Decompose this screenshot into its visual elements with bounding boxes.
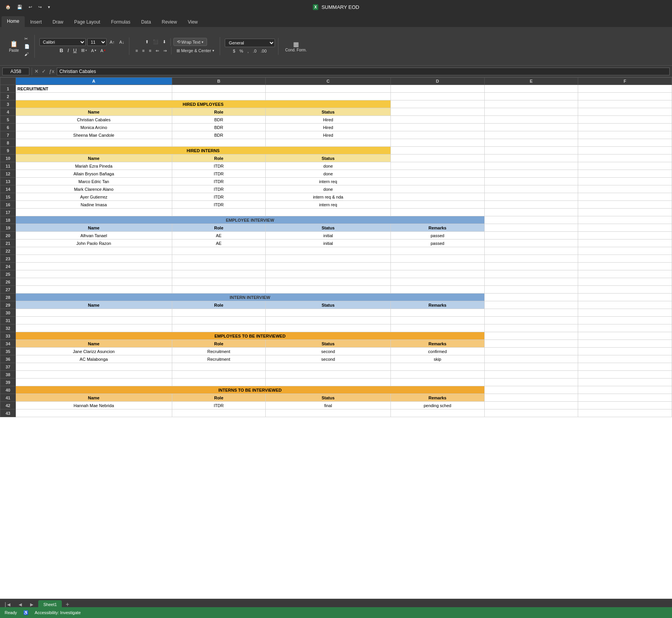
formula-input[interactable] — [57, 68, 670, 75]
cell[interactable] — [16, 286, 172, 294]
cell[interactable] — [578, 263, 672, 270]
row-header[interactable]: 42 — [0, 402, 16, 409]
cell-reference-input[interactable] — [2, 68, 29, 75]
cell[interactable]: ITDR — [172, 162, 266, 170]
cell[interactable]: done — [266, 162, 391, 170]
row-header[interactable]: 21 — [0, 239, 16, 247]
cell[interactable]: Hired — [266, 131, 391, 139]
decimal-increase-button[interactable]: .0 — [251, 48, 258, 54]
row-header[interactable]: 35 — [0, 348, 16, 355]
tab-insert[interactable]: Insert — [25, 17, 47, 27]
row-header[interactable]: 23 — [0, 255, 16, 263]
cell[interactable] — [578, 379, 672, 386]
cell[interactable]: John Paolo Razon — [16, 239, 172, 247]
cell[interactable] — [578, 178, 672, 185]
cell[interactable]: RECRUITMENT — [16, 85, 172, 93]
italic-button[interactable]: I — [66, 47, 71, 54]
cell[interactable] — [578, 93, 672, 100]
cell[interactable] — [390, 170, 484, 178]
cell[interactable] — [484, 147, 578, 154]
cell[interactable] — [266, 363, 391, 371]
cell[interactable]: Remarks — [390, 224, 484, 232]
cell[interactable]: intern req & nda — [266, 193, 391, 201]
cell[interactable] — [16, 379, 172, 386]
row-header[interactable]: 20 — [0, 232, 16, 239]
cell[interactable] — [16, 324, 172, 332]
cell[interactable]: Allain Bryson Bañaga — [16, 170, 172, 178]
cell[interactable] — [172, 371, 266, 379]
tab-formulas[interactable]: Formulas — [105, 17, 136, 27]
row-header[interactable]: 39 — [0, 379, 16, 386]
row-header[interactable]: 12 — [0, 170, 16, 178]
cell[interactable]: initial — [266, 232, 391, 239]
cell[interactable] — [484, 93, 578, 100]
cell[interactable] — [578, 116, 672, 124]
cell[interactable] — [578, 348, 672, 355]
cell[interactable] — [390, 131, 484, 139]
cell[interactable] — [578, 371, 672, 379]
cell[interactable] — [484, 108, 578, 116]
redo-button[interactable]: ↪ — [37, 4, 43, 10]
cell[interactable] — [172, 409, 266, 417]
cell[interactable] — [266, 263, 391, 270]
cell[interactable] — [16, 317, 172, 324]
cell[interactable] — [16, 371, 172, 379]
font-size-selector[interactable]: 11 — [87, 38, 107, 46]
cell[interactable] — [484, 209, 578, 216]
cell[interactable]: Monica Arcino — [16, 124, 172, 131]
col-header-b[interactable]: B — [172, 78, 266, 85]
cell[interactable]: ITDR — [172, 201, 266, 209]
cell[interactable] — [484, 124, 578, 131]
cut-button[interactable]: ✂ — [23, 36, 31, 42]
cell[interactable] — [578, 224, 672, 232]
cell[interactable] — [484, 162, 578, 170]
cell[interactable] — [578, 170, 672, 178]
cell[interactable]: second — [266, 355, 391, 363]
cell[interactable] — [484, 131, 578, 139]
cell[interactable]: Role — [172, 394, 266, 402]
cell[interactable] — [266, 309, 391, 317]
cell[interactable]: Name — [16, 394, 172, 402]
row-header[interactable]: 1 — [0, 85, 16, 93]
cell[interactable] — [484, 379, 578, 386]
cell[interactable] — [390, 193, 484, 201]
cell[interactable]: Recruitment — [172, 355, 266, 363]
cell[interactable] — [172, 324, 266, 332]
cell[interactable]: Status — [266, 224, 391, 232]
increase-indent-button[interactable]: ⇒ — [162, 48, 168, 54]
cell[interactable]: intern req — [266, 178, 391, 185]
currency-button[interactable]: $ — [231, 48, 237, 54]
cell[interactable]: BDR — [172, 116, 266, 124]
cell[interactable]: passed — [390, 239, 484, 247]
tab-view[interactable]: View — [182, 17, 203, 27]
row-header[interactable]: 11 — [0, 162, 16, 170]
cell[interactable] — [578, 286, 672, 294]
cell[interactable] — [578, 317, 672, 324]
cell[interactable] — [484, 294, 578, 301]
cell[interactable]: ITDR — [172, 185, 266, 193]
cell[interactable] — [266, 371, 391, 379]
cell[interactable] — [578, 239, 672, 247]
cell[interactable] — [578, 185, 672, 193]
row-header[interactable]: 36 — [0, 355, 16, 363]
row-header[interactable]: 9 — [0, 147, 16, 154]
cell[interactable]: Jane Clarizz Asuncion — [16, 348, 172, 355]
cell[interactable]: Recruitment — [172, 348, 266, 355]
cell[interactable]: Hired — [266, 124, 391, 131]
cell[interactable]: done — [266, 185, 391, 193]
align-left-button[interactable]: ≡ — [134, 48, 139, 54]
cell[interactable] — [484, 340, 578, 348]
cell[interactable] — [484, 178, 578, 185]
cell[interactable] — [390, 201, 484, 209]
cell[interactable]: Ayer Gutierrez — [16, 193, 172, 201]
cell[interactable] — [390, 371, 484, 379]
cell[interactable] — [484, 232, 578, 239]
copy-button[interactable]: 📄 — [23, 43, 31, 50]
cell[interactable] — [16, 255, 172, 263]
cell[interactable] — [390, 93, 484, 100]
cell[interactable] — [484, 85, 578, 93]
cell[interactable] — [484, 332, 578, 340]
cell[interactable] — [390, 255, 484, 263]
cell[interactable] — [172, 379, 266, 386]
cell[interactable] — [484, 154, 578, 162]
